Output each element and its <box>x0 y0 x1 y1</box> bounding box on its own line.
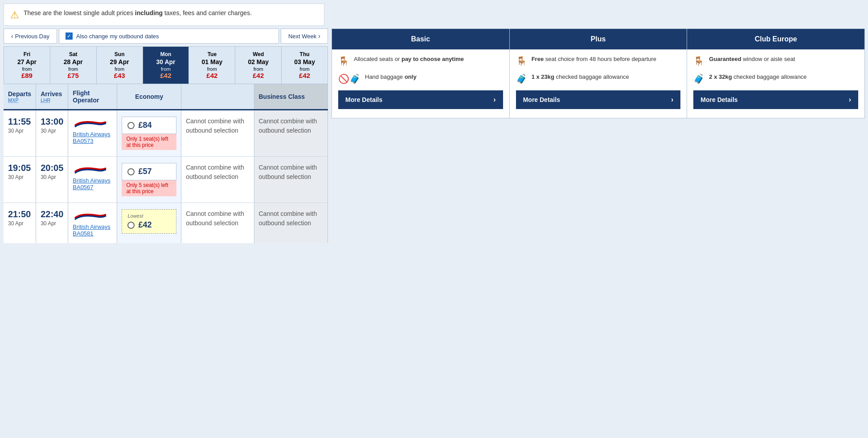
more-details-label: More Details <box>700 96 737 103</box>
operator-cell: British AirwaysBA0567 <box>68 157 117 203</box>
chevron-right-icon: › <box>671 96 673 104</box>
cannot-combine-plus-cell: Cannot combine with outbound selection <box>181 110 254 157</box>
lowest-badge: Lowest <box>127 213 151 219</box>
airline-link[interactable]: British AirwaysBA0573 <box>73 131 111 144</box>
fare-feature: 🚫🧳 Hand baggage only <box>338 73 503 84</box>
economy-price-cell: £57 Only 5 seat(s) left at this price <box>117 157 181 203</box>
price-radio[interactable] <box>127 168 135 175</box>
economy-plus-header <box>181 84 254 110</box>
price-radio[interactable] <box>127 222 135 229</box>
departs-header: Departs MXP <box>4 84 36 110</box>
flight-table: Departs MXP Arrives LHR Flight Operator … <box>4 84 328 243</box>
fare-col-body: 🪑 Allocated seats or pay to choose anyti… <box>332 49 509 118</box>
fare-col-header: Club Europe <box>687 29 864 49</box>
cannot-combine-biz-cell: Cannot combine with outbound selection <box>254 157 328 203</box>
table-row: 19:0530 Apr20:0530 Apr British AirwaysBA… <box>4 157 328 203</box>
fare-icon: 🧳 <box>516 73 527 84</box>
fare-columns: Basic 🪑 Allocated seats or pay to choose… <box>332 28 864 118</box>
fare-icon: 🪑 <box>693 56 704 66</box>
price-option[interactable]: £57 <box>122 163 176 180</box>
fare-col-header: Plus <box>510 29 687 49</box>
cannot-combine-plus-cell: Cannot combine with outbound selection <box>181 203 254 243</box>
fare-desc: Free seat choice from 48 hours before de… <box>532 55 656 64</box>
next-week-button[interactable]: Next Week › <box>281 28 328 44</box>
fare-desc: Allocated seats or pay to choose anytime <box>354 55 464 64</box>
date-selector: Fri 27 Apr from £89 Sat 28 Apr from £75 … <box>4 46 328 84</box>
price-option[interactable]: £84 <box>122 117 176 134</box>
warning-icon: ⚠ <box>10 9 19 21</box>
airline-link[interactable]: British AirwaysBA0567 <box>73 177 111 191</box>
fare-feature: 🧳 1 x 23kg checked baggage allowance <box>516 73 681 84</box>
fare-col-plus: Plus 🪑 Free seat choice from 48 hours be… <box>509 28 688 118</box>
arrive-time-cell: 22:4030 Apr <box>36 203 68 243</box>
chevron-right-icon: › <box>849 96 851 104</box>
notice-text: These are the lowest single adult prices… <box>24 8 252 18</box>
price-amount: £84 <box>138 121 151 130</box>
depart-time-cell: 19:0530 Apr <box>4 157 36 203</box>
fare-desc: Guaranteed window or aisle seat <box>709 55 795 64</box>
more-details-button[interactable]: More Details › <box>338 90 503 109</box>
date-cell-tue[interactable]: Tue 01 May from £42 <box>189 47 235 84</box>
seats-warning: Only 1 seat(s) left at this price <box>122 134 176 150</box>
outbound-checkbox-container[interactable]: ✓ Also change my outbound dates <box>59 28 279 44</box>
operator-cell: British AirwaysBA0573 <box>68 110 117 157</box>
more-details-label: More Details <box>345 96 382 103</box>
date-cell-mon[interactable]: Mon 30 Apr from £42 <box>143 47 189 84</box>
table-row: 11:5530 Apr13:0030 Apr British AirwaysBA… <box>4 110 328 157</box>
table-row: 21:5030 Apr22:4030 Apr British AirwaysBA… <box>4 203 328 243</box>
fare-col-body: 🪑 Free seat choice from 48 hours before … <box>510 49 687 118</box>
economy-header: Economy <box>117 84 181 110</box>
date-cell-thu[interactable]: Thu 03 May from £42 <box>282 47 328 84</box>
fare-icon: 🚫🧳 <box>338 73 360 84</box>
depart-time-cell: 11:5530 Apr <box>4 110 36 157</box>
operator-header: Flight Operator <box>68 84 117 110</box>
fare-desc: 2 x 32kg checked baggage allowance <box>709 73 807 81</box>
cannot-combine-plus-cell: Cannot combine with outbound selection <box>181 157 254 203</box>
operator-cell: British AirwaysBA0581 <box>68 203 117 243</box>
price-option[interactable]: Lowest £42 <box>122 209 176 234</box>
date-cell-sun[interactable]: Sun 29 Apr from £43 <box>97 47 143 84</box>
fare-feature: 🪑 Guaranteed window or aisle seat <box>693 55 858 66</box>
business-header: Business Class <box>254 84 328 110</box>
more-details-button[interactable]: More Details › <box>516 90 681 109</box>
chevron-right-icon: › <box>493 96 495 104</box>
fare-col-body: 🪑 Guaranteed window or aisle seat 🧳 2 x … <box>687 49 864 118</box>
fare-col-basic: Basic 🪑 Allocated seats or pay to choose… <box>332 28 510 118</box>
prev-day-button[interactable]: ‹ Previous Day <box>4 28 57 44</box>
fare-icon: 🧳 <box>693 73 704 84</box>
fare-icon: 🪑 <box>516 56 527 66</box>
left-panel: ‹ Previous Day ✓ Also change my outbound… <box>4 28 328 243</box>
economy-price-cell: £84 Only 1 seat(s) left at this price <box>117 110 181 157</box>
fare-col-club-europe: Club Europe 🪑 Guaranteed window or aisle… <box>687 28 865 118</box>
date-cell-sat[interactable]: Sat 28 Apr from £75 <box>50 47 97 84</box>
checkbox-icon: ✓ <box>66 32 73 40</box>
arrive-time-cell: 13:0030 Apr <box>36 110 68 157</box>
more-details-label: More Details <box>523 96 560 103</box>
fare-col-header: Basic <box>332 29 509 49</box>
fare-desc: 1 x 23kg checked baggage allowance <box>532 73 629 81</box>
more-details-button[interactable]: More Details › <box>693 90 858 109</box>
price-radio[interactable] <box>127 122 135 129</box>
fare-desc: Hand baggage only <box>365 73 417 81</box>
airline-link[interactable]: British AirwaysBA0581 <box>73 223 111 237</box>
arrive-time-cell: 20:0530 Apr <box>36 157 68 203</box>
arrives-header: Arrives LHR <box>36 84 68 110</box>
right-panel: Basic 🪑 Allocated seats or pay to choose… <box>332 28 864 118</box>
left-arrow-icon: ‹ <box>11 32 13 40</box>
fare-feature: 🪑 Allocated seats or pay to choose anyti… <box>338 55 503 66</box>
nav-row: ‹ Previous Day ✓ Also change my outbound… <box>4 28 328 44</box>
fare-icon: 🪑 <box>338 56 349 66</box>
date-cell-fri[interactable]: Fri 27 Apr from £89 <box>4 47 50 84</box>
fare-feature: 🧳 2 x 32kg checked baggage allowance <box>693 73 858 84</box>
date-cell-wed[interactable]: Wed 02 May from £42 <box>235 47 282 84</box>
notice-bar: ⚠ These are the lowest single adult pric… <box>4 4 324 26</box>
seats-warning: Only 5 seat(s) left at this price <box>122 180 176 196</box>
price-amount: £57 <box>138 167 151 176</box>
price-amount: £42 <box>138 220 151 230</box>
depart-time-cell: 21:5030 Apr <box>4 203 36 243</box>
fare-feature: 🪑 Free seat choice from 48 hours before … <box>516 55 681 66</box>
cannot-combine-biz-cell: Cannot combine with outbound selection <box>254 203 328 243</box>
economy-price-cell: Lowest £42 <box>117 203 181 243</box>
cannot-combine-biz-cell: Cannot combine with outbound selection <box>254 110 328 157</box>
right-arrow-icon: › <box>318 32 320 40</box>
